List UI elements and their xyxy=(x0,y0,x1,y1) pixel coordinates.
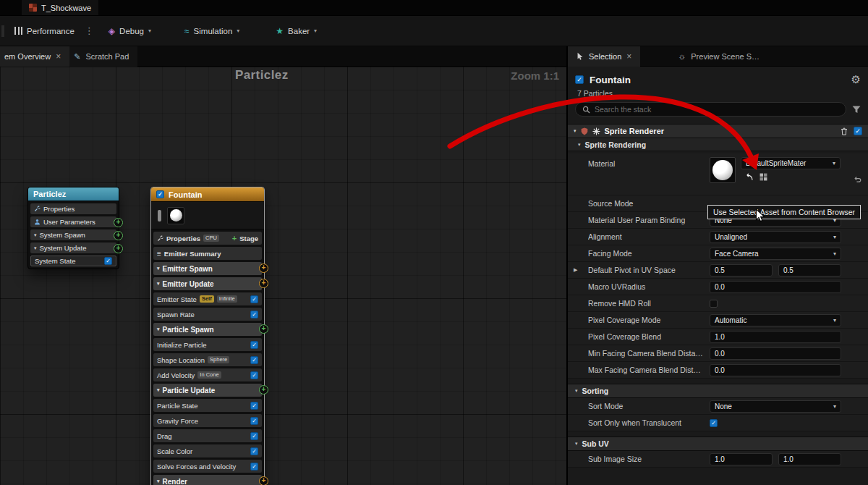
sort-translucent-checkbox[interactable]: ✓ xyxy=(710,419,718,427)
remove-hmd-roll-checkbox[interactable] xyxy=(710,300,718,308)
system-properties-row[interactable]: Properties xyxy=(30,203,116,214)
filter-icon[interactable] xyxy=(852,106,861,114)
chevron-down-icon: ▾ xyxy=(237,28,239,34)
module-row-add-velocity[interactable]: Add Velocity In Cone ✓ xyxy=(153,368,262,381)
module-enabled-checkbox[interactable]: ✓ xyxy=(250,447,258,455)
trash-icon[interactable] xyxy=(841,127,848,135)
emitter-enabled-checkbox[interactable]: ✓ xyxy=(575,75,584,84)
group-label: Particle Spawn xyxy=(163,326,214,334)
module-enabled-checkbox[interactable]: ✓ xyxy=(250,432,258,440)
use-selected-asset-button[interactable] xyxy=(744,173,753,181)
add-module-button[interactable]: + xyxy=(259,324,268,334)
tab-preview-scene[interactable]: ☼ Preview Scene S… xyxy=(669,46,768,67)
baker-button[interactable]: ★ Baker ▾ xyxy=(268,20,324,42)
add-renderer-button[interactable]: + xyxy=(259,476,268,485)
max-facing-blend-field[interactable]: 0.0 xyxy=(710,364,841,376)
add-module-button[interactable]: + xyxy=(114,244,123,253)
search-input[interactable] xyxy=(595,105,839,114)
property-row-remove-hmd-roll: Remove HMD Roll xyxy=(568,295,868,312)
sub-image-x-field[interactable]: 1.0 xyxy=(710,453,773,465)
reset-to-default-button[interactable] xyxy=(854,174,861,187)
asset-tab-shockwave[interactable]: T_Shockwave xyxy=(22,0,98,15)
emitter-update-group[interactable]: ▾ Emitter Update + xyxy=(153,277,262,290)
module-enabled-checkbox[interactable]: ✓ xyxy=(250,402,258,410)
simulation-button[interactable]: ≈ Simulation ▾ xyxy=(177,20,247,42)
add-stage-button[interactable]: Stage xyxy=(239,235,258,242)
module-enabled-checkbox[interactable]: ✓ xyxy=(250,371,258,379)
module-row-shape-location[interactable]: Shape Location Sphere ✓ xyxy=(153,353,262,366)
module-row-emitter-state[interactable]: Emitter State Self Infinite ✓ xyxy=(153,292,262,305)
module-enabled-checkbox[interactable]: ✓ xyxy=(104,257,112,265)
sub-uv-section-header[interactable]: ▾ Sub UV xyxy=(568,436,868,451)
material-thumbnail[interactable] xyxy=(710,157,736,183)
module-row-particle-state[interactable]: Particle State ✓ xyxy=(153,399,262,412)
module-row-scale-color[interactable]: Scale Color ✓ xyxy=(153,444,262,457)
system-spawn-row[interactable]: ▾ System Spawn + xyxy=(30,229,116,240)
debug-button[interactable]: ◈ Debug ▾ xyxy=(101,20,158,42)
emitter-node-fountain[interactable]: ✓ Fountain Properties CPU + Stage ≡ Emit… xyxy=(150,187,265,485)
module-enabled-checkbox[interactable]: ✓ xyxy=(250,356,258,364)
sprite-rendering-section[interactable]: ▾ Sprite Rendering xyxy=(568,138,868,151)
module-enabled-checkbox[interactable]: ✓ xyxy=(250,295,258,303)
property-row-max-facing-blend: Max Facing Camera Blend Dist… 0.0 xyxy=(568,362,868,379)
row-label: Particle State xyxy=(157,402,198,410)
browse-to-asset-button[interactable] xyxy=(760,173,767,181)
module-row-drag[interactable]: Drag ✓ xyxy=(153,429,262,442)
add-parameter-button[interactable]: + xyxy=(114,218,123,227)
dropdown-value: Unaligned xyxy=(715,233,747,241)
add-module-button[interactable]: + xyxy=(259,263,268,273)
tab-selection[interactable]: Selection × xyxy=(568,46,640,67)
module-row-solve-forces[interactable]: Solve Forces and Velocity ✓ xyxy=(153,460,262,473)
emitter-summary-row[interactable]: ≡ Emitter Summary xyxy=(153,247,262,260)
module-enabled-checkbox[interactable]: ✓ xyxy=(250,417,258,425)
tab-system-overview[interactable]: em Overview × xyxy=(0,46,69,67)
add-module-button[interactable]: + xyxy=(259,385,268,395)
close-icon[interactable]: × xyxy=(626,51,631,62)
pivot-y-field[interactable]: 0.5 xyxy=(778,264,841,277)
system-node-particlez[interactable]: Particlez Properties User Parameters + ▾… xyxy=(27,187,119,269)
pivot-x-field[interactable]: 0.5 xyxy=(710,264,773,277)
particle-spawn-group[interactable]: ▾ Particle Spawn + xyxy=(153,323,262,336)
renderer-enabled-checkbox[interactable]: ✓ xyxy=(854,127,862,135)
alignment-dropdown[interactable]: Unaligned ▾ xyxy=(710,231,841,243)
sub-image-y-field[interactable]: 1.0 xyxy=(778,453,841,465)
pixel-coverage-blend-field[interactable]: 1.0 xyxy=(710,331,841,343)
property-label: Max Facing Camera Blend Dist… xyxy=(588,366,710,374)
expander-icon[interactable]: ▶ xyxy=(574,267,577,273)
close-icon[interactable]: × xyxy=(56,51,61,62)
system-state-row[interactable]: System State ✓ xyxy=(30,256,116,266)
module-enabled-checkbox[interactable]: ✓ xyxy=(250,311,258,319)
macro-uv-field[interactable]: 0.0 xyxy=(710,281,841,293)
system-node-header[interactable]: Particlez xyxy=(28,187,119,201)
emitter-spawn-group[interactable]: ▾ Emitter Spawn + xyxy=(153,262,262,275)
sprite-renderer-header[interactable]: ▾ Sprite Renderer ✓ xyxy=(568,124,868,138)
emitter-enabled-checkbox[interactable]: ✓ xyxy=(156,190,164,198)
module-enabled-checkbox[interactable]: ✓ xyxy=(250,463,258,471)
renderer-thumbnail[interactable] xyxy=(167,207,184,224)
pixel-coverage-mode-dropdown[interactable]: Automatic ▾ xyxy=(710,314,841,326)
module-enabled-checkbox[interactable]: ✓ xyxy=(250,341,258,349)
system-overview-graph[interactable]: Particlez Zoom 1:1 Particlez Properties … xyxy=(0,67,566,485)
sorting-section-header[interactable]: ▾ Sorting xyxy=(568,384,868,398)
particle-update-group[interactable]: ▾ Particle Update + xyxy=(153,384,262,397)
add-module-button[interactable]: + xyxy=(114,231,123,240)
emitter-node-header[interactable]: ✓ Fountain xyxy=(151,187,264,202)
min-facing-blend-field[interactable]: 0.0 xyxy=(710,347,841,360)
facing-mode-dropdown[interactable]: Face Camera ▾ xyxy=(710,248,841,260)
module-row-initialize-particle[interactable]: Initialize Particle ✓ xyxy=(153,338,262,351)
search-box[interactable] xyxy=(575,102,846,117)
module-row-gravity-force[interactable]: Gravity Force ✓ xyxy=(153,414,262,427)
emitter-properties-row[interactable]: Properties CPU + Stage xyxy=(153,232,262,245)
tab-scratch-pad[interactable]: ✎ Scratch Pad xyxy=(69,46,137,67)
property-row-pixel-coverage-mode: Pixel Coverage Mode Automatic ▾ xyxy=(568,312,868,329)
gear-icon[interactable]: ⚙ xyxy=(851,73,861,86)
toolbar-overflow-icon[interactable]: ⋮ xyxy=(82,25,97,36)
module-row-spawn-rate[interactable]: Spawn Rate ✓ xyxy=(153,308,262,321)
performance-button[interactable]: Performance xyxy=(7,20,82,42)
sort-mode-dropdown[interactable]: None ▾ xyxy=(710,400,841,413)
add-module-button[interactable]: + xyxy=(259,279,268,288)
material-dropdown[interactable]: DefaultSpriteMater ▾ xyxy=(741,157,841,169)
system-update-row[interactable]: ▾ System Update + xyxy=(30,242,116,253)
render-group[interactable]: ▾ Render + xyxy=(153,475,262,485)
user-parameters-row[interactable]: User Parameters + xyxy=(30,216,116,227)
